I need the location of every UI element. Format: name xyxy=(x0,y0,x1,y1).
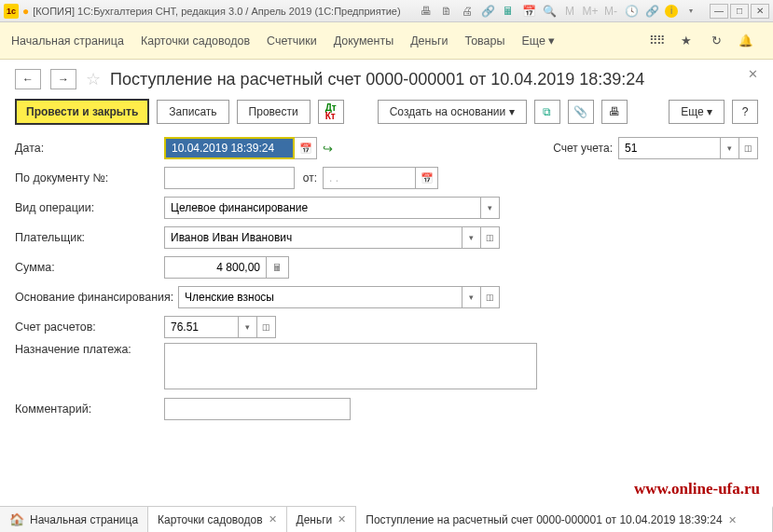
menu-goods[interactable]: Товары xyxy=(465,34,505,48)
calculator-icon[interactable]: 🖩 xyxy=(267,256,289,279)
optype-dropdown-icon[interactable]: ▾ xyxy=(481,197,500,219)
account-label: Счет учета: xyxy=(553,142,613,155)
basis-input[interactable] xyxy=(178,286,462,308)
bottom-tabbar: 🏠 Начальная страница Карточки садоводов … xyxy=(0,506,773,532)
attach-button[interactable]: 📎 xyxy=(568,100,594,124)
window-titlebar: 1c ● [КОПИЯ] 1С:Бухгалтерия СНТ, редакци… xyxy=(0,0,773,22)
clock-icon[interactable]: 🕓 xyxy=(624,4,639,19)
menu-counters[interactable]: Счетчики xyxy=(267,34,317,48)
info-dropdown-icon[interactable]: ▾ xyxy=(683,4,698,19)
app-icon: 1c xyxy=(4,4,19,19)
comment-input[interactable] xyxy=(164,398,351,420)
payer-label: Плательщик: xyxy=(15,231,164,244)
tab-money-label: Деньги xyxy=(297,513,333,526)
bullet-icon: ● xyxy=(22,5,29,18)
refresh-icon[interactable]: ↪ xyxy=(323,142,333,156)
account-open-icon[interactable]: ◫ xyxy=(739,137,758,159)
close-icon[interactable]: ✕ xyxy=(338,513,346,525)
purpose-label: Назначение платежа: xyxy=(15,343,164,356)
calc-icon[interactable]: 🖩 xyxy=(501,4,516,19)
tab-current-doc[interactable]: Поступление на расчетный счет 0000-00000… xyxy=(356,506,773,532)
settle-dropdown-icon[interactable]: ▾ xyxy=(239,316,257,338)
m-icon[interactable]: M xyxy=(562,4,577,19)
comment-label: Комментарий: xyxy=(15,402,164,416)
payer-input[interactable] xyxy=(164,226,462,249)
tab-doc-label: Поступление на расчетный счет 0000-00000… xyxy=(366,513,722,526)
toolbar-more-button[interactable]: Еще ▾ xyxy=(669,100,725,124)
post-button[interactable]: Провести xyxy=(237,100,311,124)
link2-icon[interactable]: 🔗 xyxy=(644,4,659,19)
account-dropdown-icon[interactable]: ▾ xyxy=(721,137,739,159)
help-button[interactable]: ? xyxy=(732,100,758,124)
docnum-input[interactable] xyxy=(164,167,295,189)
doc-icon[interactable]: 🗎 xyxy=(439,4,454,19)
menu-home[interactable]: Начальная страница xyxy=(11,34,124,48)
basis-dropdown-icon[interactable]: ▾ xyxy=(462,286,481,308)
titlebar-toolbar: 🖶 🗎 🖨 🔗 🖩 📅 🔍 M M+ M- 🕓 🔗 i ▾ xyxy=(419,4,698,19)
save-button[interactable]: Записать xyxy=(157,100,228,124)
close-window-button[interactable]: ✕ xyxy=(751,4,769,19)
date-picker-icon[interactable]: 📅 xyxy=(295,137,317,159)
window-title: [КОПИЯ] 1С:Бухгалтерия СНТ, редакция 3.0… xyxy=(33,6,400,17)
menu-cards[interactable]: Карточки садоводов xyxy=(141,34,250,48)
settle-input[interactable] xyxy=(164,316,239,338)
payer-open-icon[interactable]: ◫ xyxy=(481,226,500,249)
date-label: Дата: xyxy=(15,142,164,155)
menu-documents[interactable]: Документы xyxy=(334,34,393,48)
main-menu: Начальная страница Карточки садоводов Сч… xyxy=(0,22,773,60)
close-doc-button[interactable]: ✕ xyxy=(748,67,758,81)
menu-more[interactable]: Еще ▾ xyxy=(522,34,556,48)
bell-icon[interactable]: 🔔 xyxy=(738,33,754,49)
menu-money[interactable]: Деньги xyxy=(410,34,448,48)
doc-header: ← → ☆ Поступление на расчетный счет 0000… xyxy=(0,60,773,95)
nav-forward-button[interactable]: → xyxy=(50,69,76,89)
tab-cards-label: Карточки садоводов xyxy=(158,513,262,526)
star-icon[interactable]: ★ xyxy=(678,33,695,49)
doc-title: Поступление на расчетный счет 0000-00000… xyxy=(110,70,644,89)
close-icon[interactable]: ✕ xyxy=(269,513,277,525)
sum-input[interactable] xyxy=(164,256,267,279)
favorite-star-icon[interactable]: ☆ xyxy=(86,69,101,89)
struct-button[interactable]: ⧉ xyxy=(534,100,560,124)
optype-input[interactable] xyxy=(164,197,481,219)
tab-home[interactable]: 🏠 Начальная страница xyxy=(0,507,148,532)
optype-label: Вид операции: xyxy=(15,201,164,214)
info-icon[interactable]: i xyxy=(665,5,678,18)
payer-dropdown-icon[interactable]: ▾ xyxy=(462,226,481,249)
create-based-on-button[interactable]: Создать на основании ▾ xyxy=(378,100,527,124)
apps-icon[interactable]: ⠿⠿ xyxy=(648,33,665,49)
maximize-button[interactable]: □ xyxy=(730,4,749,19)
nav-back-button[interactable]: ← xyxy=(15,69,41,89)
docnum-label: По документу №: xyxy=(15,171,164,184)
account-input[interactable] xyxy=(618,137,721,159)
home-icon: 🏠 xyxy=(9,512,24,526)
from-date-picker-icon[interactable]: 📅 xyxy=(416,167,438,189)
date-input[interactable] xyxy=(164,137,295,159)
minimize-button[interactable]: — xyxy=(710,4,728,19)
print2-icon[interactable]: 🖨 xyxy=(460,4,475,19)
print-icon[interactable]: 🖶 xyxy=(419,4,434,19)
form-body: Дата: 📅 ↪ Счет учета: ▾ ◫ По документу №… xyxy=(0,134,773,423)
settle-open-icon[interactable]: ◫ xyxy=(257,316,276,338)
post-and-close-button[interactable]: Провести и закрыть xyxy=(15,99,149,125)
watermark-text: www.online-ufa.ru xyxy=(634,480,760,498)
link-icon[interactable]: 🔗 xyxy=(480,4,495,19)
mminus-icon[interactable]: M- xyxy=(603,4,618,19)
print-doc-button[interactable]: 🖶 xyxy=(601,100,628,124)
from-date-input[interactable] xyxy=(323,167,416,189)
tab-money[interactable]: Деньги ✕ xyxy=(287,507,357,532)
settle-label: Счет расчетов: xyxy=(15,321,164,334)
basis-label: Основание финансирования: xyxy=(15,291,178,304)
sum-label: Сумма: xyxy=(15,261,164,274)
mplus-icon[interactable]: M+ xyxy=(583,4,598,19)
zoom-icon[interactable]: 🔍 xyxy=(542,4,557,19)
basis-open-icon[interactable]: ◫ xyxy=(481,286,500,308)
history-icon[interactable]: ↻ xyxy=(708,33,725,49)
tab-cards[interactable]: Карточки садоводов ✕ xyxy=(148,507,286,532)
close-icon[interactable]: ✕ xyxy=(728,514,737,526)
purpose-textarea[interactable] xyxy=(164,343,537,389)
dtkt-button[interactable]: ДтКт xyxy=(318,100,344,124)
tab-home-label: Начальная страница xyxy=(30,513,138,526)
calendar-icon[interactable]: 📅 xyxy=(521,4,536,19)
doc-toolbar: Провести и закрыть Записать Провести ДтК… xyxy=(0,95,773,134)
